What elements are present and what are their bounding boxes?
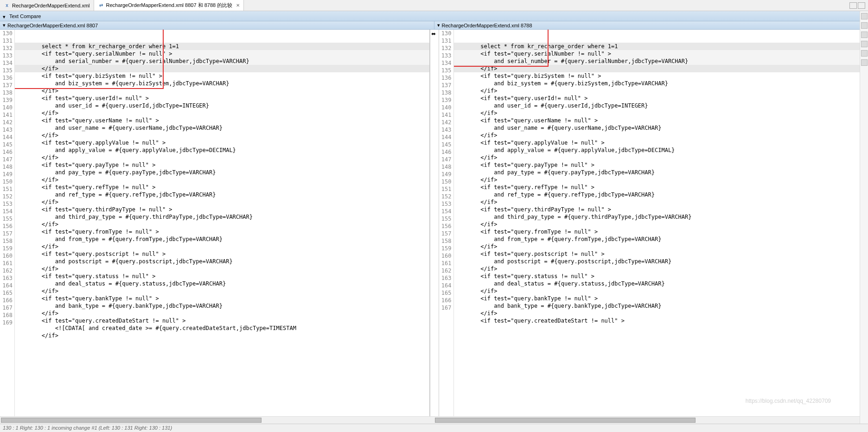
toolbar-btn[interactable]	[833, 13, 840, 20]
code-line[interactable]: <if test="query.statuss != null" >	[15, 273, 429, 280]
toolbar-btn[interactable]	[824, 13, 832, 20]
code-line[interactable]: and postscript = #{query.postscript,jdbc…	[454, 258, 861, 265]
code-line[interactable]: and user_name = #{query.userName,jdbcTyp…	[15, 124, 429, 132]
code-line[interactable]: </if>	[454, 109, 861, 117]
code-line[interactable]: </if>	[15, 109, 429, 117]
code-line[interactable]: and deal_status = #{query.statuss,jdbcTy…	[15, 280, 429, 287]
code-line[interactable]: <if test="query.serialNumber != null" >	[454, 50, 861, 57]
code-line[interactable]: <if test="query.postscript != null" >	[454, 250, 861, 258]
toolbar-btn[interactable]	[799, 13, 807, 20]
code-line[interactable]: <if test="query.thirdPayType != null" >	[15, 206, 429, 213]
code-line[interactable]: </if>	[454, 287, 861, 295]
code-line[interactable]: </if>	[454, 221, 861, 228]
dropdown-icon[interactable]: ▾	[3, 14, 7, 19]
code-line[interactable]: and from_type = #{query.fromType,jdbcTyp…	[454, 235, 861, 243]
code-line[interactable]: </if>	[454, 154, 861, 161]
code-line[interactable]: and serial_number = #{query.serialNumber…	[454, 57, 861, 65]
code-line[interactable]: <if test="query.userName != null" >	[15, 117, 429, 124]
toolbar-btn[interactable]	[783, 13, 790, 20]
code-line[interactable]: select * from kr_recharge_order where 1=…	[454, 43, 861, 50]
sidebar-icon[interactable]	[861, 59, 868, 66]
code-line[interactable]: and deal_status = #{query.statuss,jdbcTy…	[454, 280, 861, 287]
code-line[interactable]: and third_pay_type = #{query.thirdPayTyp…	[15, 213, 429, 221]
code-line[interactable]: and biz_system = #{query.bizSystem,jdbcT…	[15, 80, 429, 87]
code-line[interactable]: and ref_type = #{query.refType,jdbcType=…	[454, 191, 861, 198]
code-line[interactable]: <if test="query.payType != null" >	[15, 161, 429, 169]
code-line[interactable]: and user_name = #{query.userName,jdbcTyp…	[454, 124, 861, 132]
maximize-button[interactable]	[858, 2, 865, 9]
code-line[interactable]: <if test="query.serialNumber != null" >	[15, 50, 429, 57]
code-line[interactable]: <if test="query.createdDateStart != null…	[15, 317, 429, 324]
code-line[interactable]: </if>	[454, 87, 861, 95]
code-line[interactable]: </if>	[454, 65, 861, 72]
code-line[interactable]: and bank_type = #{query.bankType,jdbcTyp…	[15, 302, 429, 310]
dropdown-icon[interactable]: ▾	[437, 22, 440, 28]
code-line[interactable]: </if>	[454, 265, 861, 273]
scrollbar-thumb[interactable]	[435, 418, 696, 423]
code-line[interactable]: and ref_type = #{query.refType,jdbcType=…	[15, 191, 429, 198]
code-line[interactable]: </if>	[454, 132, 861, 139]
sidebar-icon[interactable]	[861, 13, 868, 19]
code-line[interactable]: </if>	[15, 265, 429, 273]
code-line[interactable]: <![CDATA[ and created_date >= #{query.cr…	[15, 324, 429, 332]
right-code[interactable]: select * from kr_recharge_order where 1=…	[454, 30, 861, 424]
code-line[interactable]: <if test="query.bizSystem != null" >	[15, 72, 429, 80]
tab-file[interactable]: x RechargeOrderMapperExtend.xml	[0, 0, 94, 11]
sidebar-icon[interactable]	[861, 22, 868, 29]
code-line[interactable]: <if test="query.fromType != null" >	[454, 228, 861, 235]
toolbar-btn[interactable]	[849, 13, 857, 20]
code-line[interactable]: <if test="query.userName != null" >	[454, 117, 861, 124]
code-line[interactable]: and pay_type = #{query.payType,jdbcType=…	[454, 169, 861, 176]
right-h-scrollbar[interactable]	[434, 417, 868, 424]
link-icon[interactable]: ⬌	[431, 31, 438, 37]
left-code[interactable]: select * from kr_recharge_order where 1=…	[15, 30, 429, 424]
code-line[interactable]: and third_pay_type = #{query.thirdPayTyp…	[454, 213, 861, 221]
sidebar-icon[interactable]	[861, 32, 868, 38]
code-line[interactable]: <if test="query.bankType != null" >	[454, 295, 861, 302]
toolbar-btn[interactable]	[808, 13, 815, 20]
code-line[interactable]: <if test="query.userId!= null" >	[454, 95, 861, 102]
code-line[interactable]: and postscript = #{query.postscript,jdbc…	[15, 258, 429, 265]
dropdown-icon[interactable]: ▾	[3, 22, 6, 28]
code-line[interactable]: </if>	[15, 221, 429, 228]
code-line[interactable]: <if test="query.postscript != null" >	[15, 250, 429, 258]
code-line[interactable]: </if>	[15, 154, 429, 161]
code-line[interactable]: </if>	[15, 176, 429, 184]
code-line[interactable]: </if>	[15, 332, 429, 339]
code-line[interactable]: </if>	[454, 176, 861, 184]
left-h-scrollbar[interactable]	[0, 417, 434, 424]
scrollbar-thumb[interactable]	[1, 418, 262, 423]
minimize-button[interactable]	[849, 2, 857, 9]
code-line[interactable]: and user_id = #{query.userId,jdbcType=IN…	[15, 102, 429, 109]
toolbar-btn[interactable]	[841, 13, 849, 20]
code-line[interactable]: </if>	[15, 198, 429, 206]
code-line[interactable]: </if>	[15, 310, 429, 317]
code-line[interactable]: <if test="query.statuss != null" >	[454, 273, 861, 280]
code-line[interactable]: <if test="query.fromType != null" >	[15, 228, 429, 235]
code-line[interactable]: <if test="query.refType != null" >	[454, 184, 861, 191]
code-line[interactable]: and biz_system = #{query.bizSystem,jdbcT…	[454, 80, 861, 87]
code-line[interactable]: and user_id = #{query.userId,jdbcType=IN…	[454, 102, 861, 109]
code-line[interactable]: <if test="query.applyValue != null" >	[454, 139, 861, 146]
code-line[interactable]: <if test="query.applyValue != null" >	[15, 139, 429, 146]
code-line[interactable]: and from_type = #{query.fromType,jdbcTyp…	[15, 235, 429, 243]
code-line[interactable]: </if>	[15, 65, 429, 72]
code-line[interactable]: </if>	[454, 243, 861, 250]
code-line[interactable]: and bank_type = #{query.bankType,jdbcTyp…	[454, 302, 861, 310]
code-line[interactable]: and apply_value = #{query.applyValue,jdb…	[15, 146, 429, 154]
code-line[interactable]: <if test="query.payType != null" >	[454, 161, 861, 169]
close-icon[interactable]: ✕	[236, 3, 240, 8]
code-line[interactable]: <if test="query.bankType != null" >	[15, 295, 429, 302]
code-line[interactable]: <if test="query.thirdPayType != null" >	[454, 206, 861, 213]
code-line[interactable]: select * from kr_recharge_order where 1=…	[15, 43, 429, 50]
code-line[interactable]: </if>	[15, 243, 429, 250]
toolbar-btn[interactable]	[791, 13, 798, 20]
code-line[interactable]: and pay_type = #{query.payType,jdbcType=…	[15, 169, 429, 176]
code-line[interactable]: </if>	[15, 132, 429, 139]
code-line[interactable]: </if>	[454, 310, 861, 317]
sidebar-icon[interactable]	[861, 50, 868, 57]
code-line[interactable]: </if>	[15, 287, 429, 295]
code-line[interactable]: <if test="query.createdDateStart != null…	[454, 317, 861, 324]
code-line[interactable]: <if test="query.refType != null" >	[15, 184, 429, 191]
code-line[interactable]: and apply_value = #{query.applyValue,jdb…	[454, 146, 861, 154]
